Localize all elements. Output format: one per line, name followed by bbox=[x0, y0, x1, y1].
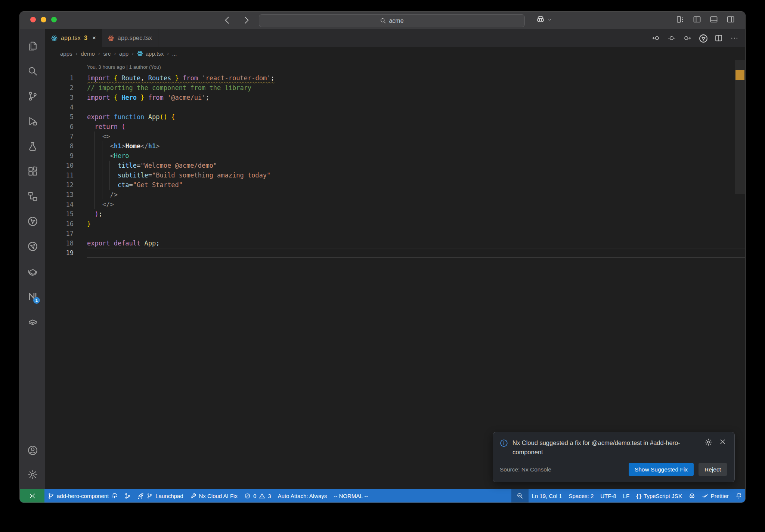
code-line-text[interactable]: export default App; bbox=[87, 238, 745, 248]
run-debug-icon[interactable] bbox=[24, 112, 41, 130]
next-change-icon[interactable] bbox=[683, 34, 691, 42]
line-number[interactable]: 8 bbox=[45, 141, 74, 151]
show-suggested-fix-button[interactable]: Show Suggested Fix bbox=[629, 463, 694, 476]
breadcrumb-file[interactable]: app.tsx bbox=[137, 50, 164, 57]
code-line[interactable]: 14 </> bbox=[45, 200, 745, 209]
package-icon[interactable] bbox=[24, 313, 41, 330]
line-number[interactable]: 11 bbox=[45, 170, 74, 180]
line-number[interactable]: 17 bbox=[45, 229, 74, 238]
explorer-icon[interactable] bbox=[24, 37, 41, 55]
search-icon[interactable] bbox=[24, 62, 41, 80]
code-line-text[interactable]: import { Hero } from '@acme/ui'; bbox=[87, 93, 745, 102]
source-control-icon[interactable] bbox=[24, 87, 41, 105]
nx-cloud-graph-icon[interactable] bbox=[24, 238, 41, 255]
code-line-text[interactable]: <> bbox=[87, 132, 745, 141]
code-line-text[interactable]: return ( bbox=[87, 122, 745, 132]
code-line-text[interactable]: cta="Get Started" bbox=[87, 180, 745, 190]
breadcrumb-item[interactable]: src bbox=[103, 50, 111, 57]
code-line-text[interactable]: import { Route, Routes } from 'react-rou… bbox=[87, 73, 745, 83]
minimize-window-button[interactable] bbox=[41, 17, 46, 22]
line-number[interactable]: 16 bbox=[45, 219, 74, 229]
auto-attach-item[interactable]: Auto Attach: Always bbox=[275, 489, 331, 502]
vim-mode-item[interactable]: -- NORMAL -- bbox=[330, 489, 371, 502]
git-branch-item[interactable]: add-hero-component bbox=[44, 489, 121, 502]
code-line-text[interactable]: // importing the component from the libr… bbox=[87, 83, 745, 93]
line-number[interactable]: 13 bbox=[45, 190, 74, 200]
code-line[interactable]: 10 title="Welcmoe @acme/demo" bbox=[45, 161, 745, 170]
line-number[interactable]: 2 bbox=[45, 83, 74, 93]
previous-change-icon[interactable] bbox=[652, 34, 660, 42]
code-line-text[interactable] bbox=[87, 102, 745, 112]
breadcrumb-item[interactable]: app bbox=[119, 50, 128, 57]
command-center-search[interactable]: acme bbox=[259, 14, 525, 27]
code-line-text[interactable]: export function App() { bbox=[87, 112, 745, 122]
eol-item[interactable]: LF bbox=[620, 489, 633, 502]
maximize-window-button[interactable] bbox=[51, 17, 57, 22]
code-line-text[interactable] bbox=[87, 248, 745, 258]
code-editor[interactable]: You, 3 hours ago | 1 author (You) 1impor… bbox=[45, 60, 745, 489]
copilot-menu[interactable] bbox=[536, 15, 552, 24]
notifications-bell-item[interactable] bbox=[732, 489, 745, 502]
commit-graph-item[interactable] bbox=[121, 489, 134, 502]
copilot-status-item[interactable] bbox=[685, 489, 699, 502]
line-number[interactable]: 18 bbox=[45, 238, 74, 248]
code-line[interactable]: 2// importing the component from the lib… bbox=[45, 83, 745, 93]
code-line[interactable]: 16} bbox=[45, 219, 745, 229]
testing-icon[interactable] bbox=[24, 137, 41, 155]
code-line[interactable]: 17 bbox=[45, 229, 745, 238]
code-line[interactable]: 11 subtitle="Build something amazing tod… bbox=[45, 170, 745, 180]
forward-arrow-icon[interactable] bbox=[241, 15, 252, 26]
code-line[interactable]: 18export default App; bbox=[45, 238, 745, 248]
line-number[interactable]: 14 bbox=[45, 200, 74, 209]
code-line[interactable]: 1import { Route, Routes } from 'react-ro… bbox=[45, 73, 745, 83]
code-line[interactable]: 9 <Hero bbox=[45, 151, 745, 161]
code-line[interactable]: 5export function App() { bbox=[45, 112, 745, 122]
project-structure-icon[interactable] bbox=[24, 188, 41, 205]
tab-app-spec-tsx[interactable]: app.spec.tsx bbox=[102, 29, 158, 47]
line-number[interactable]: 9 bbox=[45, 151, 74, 161]
edge-icon[interactable] bbox=[24, 263, 41, 280]
code-line-text[interactable]: } bbox=[87, 219, 745, 229]
formatter-item[interactable]: Prettier bbox=[699, 489, 732, 502]
line-number[interactable]: 1 bbox=[45, 73, 74, 83]
breadcrumb-item[interactable]: demo bbox=[81, 50, 95, 57]
launchpad-item[interactable]: Launchpad bbox=[134, 489, 186, 502]
nx-project-graph-icon[interactable] bbox=[24, 213, 41, 230]
close-notification-icon[interactable] bbox=[719, 438, 727, 446]
nx-console-icon[interactable]: 1 bbox=[24, 288, 41, 305]
code-line-text[interactable]: subtitle="Build something amazing today" bbox=[87, 170, 745, 180]
customize-layout-icon[interactable] bbox=[676, 15, 685, 24]
code-line[interactable]: 15 ); bbox=[45, 209, 745, 219]
code-line[interactable]: 19 bbox=[45, 248, 745, 258]
toggle-secondary-sidebar-icon[interactable] bbox=[727, 15, 735, 24]
code-line[interactable]: 4 bbox=[45, 102, 745, 112]
line-number[interactable]: 12 bbox=[45, 180, 74, 190]
breadcrumb-item[interactable]: apps bbox=[60, 50, 72, 57]
code-line-text[interactable]: <h1>Home</h1> bbox=[87, 141, 745, 151]
split-editor-icon[interactable] bbox=[715, 34, 723, 42]
extensions-icon[interactable] bbox=[24, 163, 41, 180]
code-line-text[interactable]: ); bbox=[87, 209, 745, 219]
zoom-indicator[interactable] bbox=[511, 489, 529, 502]
code-line-text[interactable]: /> bbox=[87, 190, 745, 200]
more-actions-icon[interactable] bbox=[730, 34, 738, 42]
line-number[interactable]: 3 bbox=[45, 93, 74, 102]
code-line[interactable]: 6 return ( bbox=[45, 122, 745, 132]
line-number[interactable]: 4 bbox=[45, 102, 74, 112]
cursor-position-item[interactable]: Ln 19, Col 1 bbox=[529, 489, 566, 502]
code-line-text[interactable]: </> bbox=[87, 200, 745, 209]
remote-indicator[interactable] bbox=[20, 489, 44, 502]
indentation-item[interactable]: Spaces: 2 bbox=[566, 489, 597, 502]
toggle-primary-sidebar-icon[interactable] bbox=[693, 15, 702, 24]
line-number[interactable]: 5 bbox=[45, 112, 74, 122]
problems-item[interactable]: 0 3 bbox=[241, 489, 275, 502]
back-arrow-icon[interactable] bbox=[222, 15, 233, 26]
current-change-icon[interactable] bbox=[668, 34, 676, 42]
settings-icon[interactable] bbox=[24, 466, 41, 483]
reject-button[interactable]: Reject bbox=[699, 463, 727, 476]
line-number[interactable]: 6 bbox=[45, 122, 74, 132]
nx-cloud-ai-fix-item[interactable]: Nx Cloud AI Fix bbox=[187, 489, 241, 502]
code-line[interactable]: 13 /> bbox=[45, 190, 745, 200]
encoding-item[interactable]: UTF-8 bbox=[597, 489, 620, 502]
line-number[interactable]: 15 bbox=[45, 209, 74, 219]
